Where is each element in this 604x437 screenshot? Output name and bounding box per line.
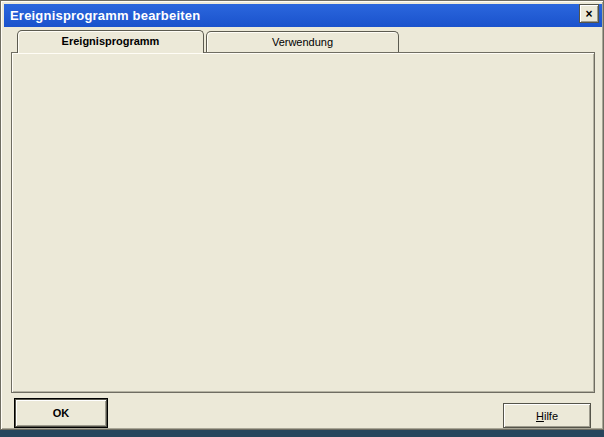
close-icon: × [585, 8, 592, 20]
close-button[interactable]: × [579, 4, 599, 23]
window-title: Ereignisprogramm bearbeiten [10, 8, 200, 23]
tab-label: Ereignisprogramm [62, 35, 160, 47]
desktop-strip [0, 430, 604, 437]
dialog-ereignisprogramm-bearbeiten: Ereignisprogramm bearbeiten × Ereignispr… [0, 0, 604, 430]
tab-ereignisprogramm[interactable]: Ereignisprogramm [17, 30, 204, 53]
title-bar[interactable]: Ereignisprogramm bearbeiten [4, 4, 602, 27]
tab-panel [11, 52, 595, 393]
ok-button[interactable]: OK [15, 399, 107, 427]
tab-verwendung[interactable]: Verwendung [206, 31, 399, 53]
tab-label: Verwendung [272, 36, 333, 48]
hilfe-button[interactable]: Hilfe [503, 403, 591, 428]
